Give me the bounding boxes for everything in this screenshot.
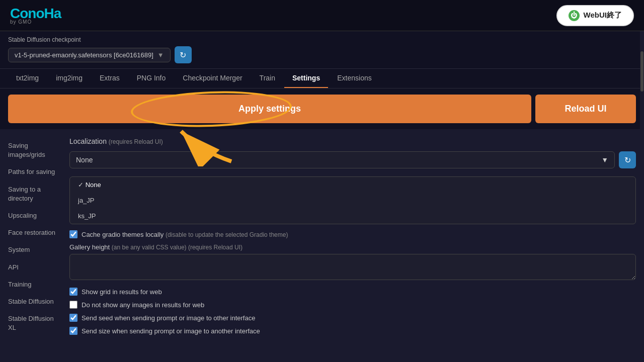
tab-settings[interactable]: Settings — [284, 69, 328, 88]
sidebar-item-stable-diffusion-xl[interactable]: Stable Diffusion XL — [0, 310, 65, 336]
gallery-height-label: Gallery height (an be any valid CSS valu… — [69, 243, 636, 251]
content-area: Saving images/grids Paths for saving Sav… — [0, 129, 644, 348]
sidebar-item-system[interactable]: System — [0, 241, 65, 258]
refresh-icon: ↻ — [180, 50, 186, 60]
settings-main: Localization (requires Reload UI) None ▼… — [65, 129, 644, 348]
no-images-checkbox[interactable] — [69, 301, 77, 309]
localization-dropdown-menu: None ja_JP ks_JP — [69, 176, 636, 224]
logo-sub: by GMO — [10, 20, 61, 25]
checkpoint-refresh-button[interactable]: ↻ — [175, 46, 192, 63]
send-size-row: Send size when sending prompt or image t… — [69, 327, 636, 335]
sidebar-item-api[interactable]: API — [0, 259, 65, 276]
localization-option-ja-jp[interactable]: ja_JP — [70, 193, 635, 208]
sidebar-item-stable-diffusion[interactable]: Stable Diffusion — [0, 293, 65, 310]
tab-txt2img[interactable]: txt2img — [8, 69, 47, 88]
sidebar-item-training[interactable]: Training — [0, 276, 65, 293]
reload-ui-button[interactable]: Reload UI — [535, 95, 636, 123]
localization-refresh-button[interactable]: ↻ — [619, 151, 636, 168]
sidebar-item-upscaling[interactable]: Upscaling — [0, 207, 65, 224]
tab-train[interactable]: Train — [252, 69, 283, 88]
nav-tabs: txt2img img2img Extras PNG Info Checkpoi… — [0, 69, 644, 88]
show-grid-row: Show grid in results for web — [69, 288, 636, 296]
sidebar-item-saving-images[interactable]: Saving images/grids — [0, 137, 65, 163]
show-grid-checkbox[interactable] — [69, 288, 77, 296]
cache-gradio-checkbox[interactable] — [69, 230, 77, 238]
tab-extensions[interactable]: Extensions — [329, 69, 379, 88]
no-images-label: Do not show any images in results for we… — [82, 301, 204, 309]
sidebar: Saving images/grids Paths for saving Sav… — [0, 129, 65, 348]
tab-png-info[interactable]: PNG Info — [129, 69, 174, 88]
apply-settings-label: Apply settings — [238, 104, 301, 114]
send-seed-row: Send seed when sending prompt or image t… — [69, 314, 636, 322]
checkpoint-value: v1-5-pruned-emaonly.safetensors [6ce0161… — [15, 51, 153, 59]
cache-gradio-hint: (disable to update the selected Gradio t… — [166, 231, 288, 238]
cache-gradio-label: Cache gradio themes locally (disable to … — [82, 231, 288, 238]
top-bar: ConoHa by GMO ⏻ WebUI終了 — [0, 0, 644, 31]
tab-checkpoint-merger[interactable]: Checkpoint Merger — [175, 69, 250, 88]
show-grid-label: Show grid in results for web — [82, 288, 162, 296]
checkpoint-row: v1-5-pruned-emaonly.safetensors [6ce0161… — [8, 46, 636, 63]
sidebar-item-paths-for-saving[interactable]: Paths for saving — [0, 163, 65, 180]
send-size-label: Send size when sending prompt or image t… — [82, 327, 260, 335]
checkpoint-bar: Stable Diffusion checkpoint v1-5-pruned-… — [0, 31, 644, 69]
localization-value: None — [76, 156, 93, 164]
sidebar-item-face-restoration[interactable]: Face restoration — [0, 224, 65, 241]
sidebar-item-saving-to-directory[interactable]: Saving to a directory — [0, 181, 65, 207]
tab-extras[interactable]: Extras — [92, 69, 128, 88]
logo-text: ConoHa — [10, 7, 61, 21]
webui-terminate-button[interactable]: ⏻ WebUI終了 — [556, 5, 634, 26]
scrollbar-track — [640, 31, 644, 362]
power-icon: ⏻ — [569, 10, 580, 21]
no-images-row: Do not show any images in results for we… — [69, 301, 636, 309]
tab-img2img[interactable]: img2img — [48, 69, 91, 88]
localization-dropdown[interactable]: None ▼ — [69, 151, 615, 168]
checkpoint-label: Stable Diffusion checkpoint — [8, 36, 636, 43]
cache-gradio-row: Cache gradio themes locally (disable to … — [69, 230, 636, 238]
localization-option-ks-jp[interactable]: ks_JP — [70, 208, 635, 224]
apply-settings-button[interactable]: Apply settings — [8, 95, 531, 123]
logo: ConoHa by GMO — [10, 7, 61, 25]
localization-section-title: Localization (requires Reload UI) — [69, 137, 636, 145]
send-seed-checkbox[interactable] — [69, 314, 77, 322]
localization-dropdown-wrap: None ▼ ↻ — [69, 151, 636, 168]
dropdown-chevron-icon: ▼ — [601, 156, 608, 164]
chevron-down-icon: ▼ — [157, 51, 164, 59]
send-size-checkbox[interactable] — [69, 327, 77, 335]
reload-ui-label: Reload UI — [565, 104, 606, 114]
scrollbar-thumb[interactable] — [640, 51, 643, 92]
action-bar: Apply settings Reload UI — [0, 88, 644, 129]
send-seed-label: Send seed when sending prompt or image t… — [82, 314, 255, 322]
localization-hint: (requires Reload UI) — [109, 138, 163, 145]
checkpoint-select[interactable]: v1-5-pruned-emaonly.safetensors [6ce0161… — [8, 48, 171, 62]
gallery-height-textarea[interactable] — [69, 254, 636, 280]
localization-label: Localization — [69, 137, 107, 145]
refresh-icon-small: ↻ — [624, 155, 631, 165]
webui-btn-label: WebUI終了 — [584, 11, 622, 20]
localization-option-none[interactable]: None — [70, 177, 635, 193]
